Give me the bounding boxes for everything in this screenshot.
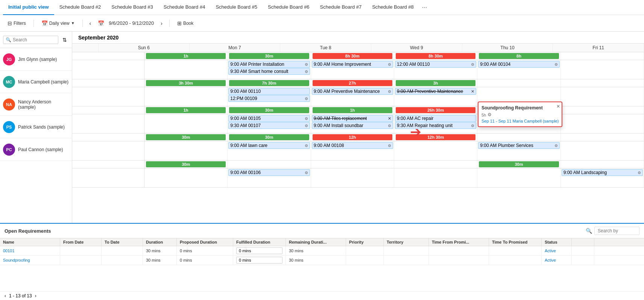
- event-chip[interactable]: 9:30 AM 00107 ⚙: [228, 122, 310, 129]
- td-status: Active: [542, 256, 572, 265]
- td-remaining: 30 mins: [286, 246, 346, 255]
- toolbar: ⊟ Filters 📅 Daily view ▼ ‹ 📅 9/6/2020 - …: [0, 15, 644, 32]
- td-proposed: 0 mins: [177, 246, 233, 255]
- event-chip[interactable]: 9:00 AM Install soundbar ⚙: [312, 122, 393, 129]
- bottom-panel: Open Requirements 🔍 Name From Date To Da…: [0, 223, 644, 300]
- event-chip[interactable]: 9:30 AM Smart home consult ⚙: [228, 68, 310, 75]
- event-chip[interactable]: 9:00 AM Tiles replacement ✕: [312, 115, 393, 122]
- book-button[interactable]: ⊞ Book: [174, 19, 196, 28]
- tooltip-gear-icon[interactable]: ⚙: [488, 112, 492, 117]
- tab-sb2[interactable]: Schedule Board #2: [54, 0, 106, 15]
- calendar-range-icon: 📅: [98, 20, 104, 26]
- tooltip-close-button[interactable]: ✕: [556, 104, 560, 109]
- avatar-mc: MC: [3, 76, 15, 88]
- event-chip[interactable]: 9:00 AM Home Improvement ⚙: [312, 61, 393, 68]
- day-header-sun: Sun 6: [99, 44, 190, 52]
- filters-button[interactable]: ⊟ Filters: [5, 19, 29, 28]
- chip-gear-icon[interactable]: ⚙: [305, 70, 308, 74]
- tab-sb4[interactable]: Schedule Board #4: [158, 0, 211, 15]
- tooltip-popup: ✕ Soundproofing Requirement 5h ⚙ Sep 11 …: [478, 102, 562, 127]
- resource-item-mc[interactable]: MC Maria Campbell (sample): [0, 71, 72, 93]
- td-fulfilled: [233, 246, 286, 255]
- tab-sb3[interactable]: Schedule Board #3: [106, 0, 158, 15]
- event-chip[interactable]: 9:00 AM Printer Installation ⚙: [228, 61, 310, 68]
- chip-gear-icon[interactable]: ⚙: [554, 62, 558, 67]
- td-name[interactable]: Soundproofing: [0, 256, 60, 265]
- chip-gear-icon[interactable]: ⚙: [305, 62, 308, 67]
- tab-sb5[interactable]: Schedule Board #5: [210, 0, 263, 15]
- tab-initial[interactable]: Initial public view: [3, 0, 54, 15]
- event-row-pc: 9:00 AM 00106 ⚙ 9:00 AM Landscaping ⚙: [72, 168, 644, 188]
- event-chip[interactable]: 9:00 AM 00108 ⚙: [312, 142, 393, 149]
- resource-item-ps[interactable]: PS Patrick Sands (sample): [0, 116, 72, 138]
- chip-gear-icon[interactable]: ⚙: [388, 144, 391, 148]
- separator: [33, 20, 34, 27]
- chip-gear-icon[interactable]: ⚙: [305, 117, 308, 121]
- chip-gear-icon[interactable]: ⚙: [305, 171, 308, 175]
- td-time-from: [429, 256, 489, 265]
- chip-gear-icon[interactable]: ⚙: [638, 171, 641, 175]
- chip-gear-icon[interactable]: ⚙: [305, 144, 308, 148]
- resource-name-mc: Maria Campbell (sample): [18, 79, 68, 85]
- event-chip[interactable]: 9:30 AM Repair heating unit ⚙: [395, 122, 476, 129]
- date-range-label: 9/6/2020 - 9/12/2020: [109, 20, 154, 26]
- td-extra: [572, 256, 594, 265]
- avatar-na: NA: [3, 98, 15, 111]
- day-header-thu: Thu 10: [462, 44, 553, 52]
- tabs-more-icon[interactable]: ···: [419, 4, 430, 11]
- next-page-button[interactable]: ›: [35, 293, 36, 298]
- event-chip[interactable]: 9:00 AM lawn care ⚙: [228, 142, 310, 149]
- day-header-mon: Mon 7: [190, 44, 281, 52]
- day-header-tue: Tue 8: [280, 44, 371, 52]
- event-chip[interactable]: 12:00 AM 00110 ⚙: [395, 61, 476, 68]
- chip-close-icon[interactable]: ✕: [388, 116, 391, 121]
- event-chip[interactable]: 12:PM 00109 ⚙: [228, 95, 310, 102]
- chip-gear-icon[interactable]: ⚙: [388, 89, 391, 94]
- event-chip[interactable]: 9:00 AM 00105 ⚙: [228, 115, 310, 122]
- chip-gear-icon[interactable]: ⚙: [471, 124, 474, 128]
- th-extra: [572, 238, 594, 246]
- tab-sb8[interactable]: Schedule Board #8: [367, 0, 419, 15]
- td-from: [60, 256, 102, 265]
- resource-item-jg[interactable]: JG Jim Glynn (sample): [0, 48, 72, 71]
- search-input[interactable]: [13, 37, 56, 42]
- event-chip[interactable]: 9:00 AM 00104 ⚙: [478, 61, 559, 68]
- resource-item-pc[interactable]: PC Paul Cannon (sample): [0, 138, 72, 161]
- daily-view-button[interactable]: 📅 Daily view ▼: [38, 19, 78, 28]
- resource-item-na[interactable]: NA Nancy Anderson (sample): [0, 93, 72, 116]
- chip-gear-icon[interactable]: ⚙: [388, 62, 391, 67]
- chip-gear-icon[interactable]: ⚙: [471, 62, 474, 67]
- search-box[interactable]: 🔍: [3, 36, 58, 44]
- event-chip[interactable]: 9:00 AM 00106 ⚙: [228, 169, 310, 176]
- chip-gear-icon[interactable]: ⚙: [305, 97, 308, 101]
- th-time-to: Time To Promised: [489, 238, 542, 246]
- td-fulfilled-input[interactable]: [236, 257, 283, 264]
- chip-gear-icon[interactable]: ⚙: [554, 144, 558, 148]
- chip-gear-icon[interactable]: ⚙: [388, 124, 391, 128]
- bottom-search-input[interactable]: [594, 227, 639, 235]
- td-priority: [346, 256, 384, 265]
- td-duration: 30 mins: [143, 246, 177, 255]
- event-chip[interactable]: 9:00 AM Landscaping ⚙: [562, 169, 643, 176]
- next-date-button[interactable]: ›: [158, 19, 165, 28]
- bottom-panel-header: Open Requirements 🔍: [0, 224, 644, 238]
- event-chip[interactable]: 9:00 AM Preventive Maintenance ✕: [395, 88, 476, 95]
- td-name[interactable]: 00101: [0, 246, 60, 255]
- calendar-rows: 1h 30m 8h 30m 8h 30m 8h 9:00 AM Printer …: [72, 52, 644, 232]
- td-fulfilled-input[interactable]: [236, 247, 283, 254]
- chip-gear-icon[interactable]: ⚙: [305, 124, 308, 128]
- tab-sb7[interactable]: Schedule Board #7: [315, 0, 367, 15]
- prev-date-button[interactable]: ‹: [87, 19, 94, 28]
- table-row: 00101 30 mins 0 mins 30 mins Active: [0, 246, 644, 256]
- event-chip[interactable]: 9:00 AM Plumber Services ⚙: [478, 142, 559, 149]
- td-territory: [384, 246, 429, 255]
- event-chip[interactable]: 9:00 AM AC repair: [395, 115, 476, 122]
- th-priority: Priority: [346, 238, 384, 246]
- prev-page-button[interactable]: ‹: [5, 293, 6, 298]
- chip-close-icon[interactable]: ✕: [471, 89, 474, 94]
- event-chip[interactable]: 9:00 AM Preventive Maintenance ⚙: [312, 88, 393, 95]
- tab-sb6[interactable]: Schedule Board #6: [263, 0, 315, 15]
- sort-button[interactable]: ⇅: [61, 36, 69, 44]
- event-chip[interactable]: 9:00 AM 00110: [228, 88, 310, 95]
- td-time-to: [489, 256, 542, 265]
